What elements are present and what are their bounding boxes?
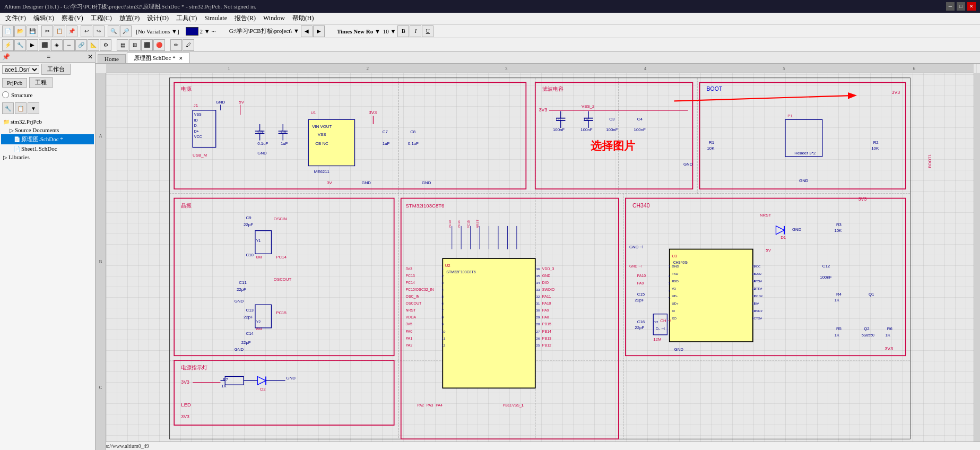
menu-view[interactable]: 察看(V) xyxy=(58,13,86,24)
tb2-btn9[interactable]: ⚙ xyxy=(100,39,111,51)
power-indicator-label: 电源指示灯 xyxy=(181,365,207,370)
menu-place[interactable]: 放置(P) xyxy=(116,13,143,24)
svg-text:CTS#: CTS# xyxy=(754,316,762,320)
tree-project[interactable]: 📁 stm32.PrjPcb xyxy=(1,117,94,126)
tree-libraries-icon: ▷ xyxy=(3,154,7,160)
svg-text:10K: 10K xyxy=(834,228,842,233)
svg-text:3V3: 3V3 xyxy=(405,267,412,271)
tree-sheet1-label: Sheet1.SchDoc xyxy=(21,145,57,152)
tb2-btn13[interactable]: 🔴 xyxy=(153,39,165,51)
svg-text:15: 15 xyxy=(752,272,756,275)
svg-text:PC15: PC15 xyxy=(466,220,470,228)
bold-button[interactable]: B xyxy=(397,25,409,37)
tb2-btn12[interactable]: ⬛ xyxy=(141,39,153,51)
svg-text:P1: P1 xyxy=(787,114,793,118)
underline-button[interactable]: U xyxy=(422,25,433,37)
menu-file[interactable]: 文件(F) xyxy=(2,13,29,24)
nav-back[interactable]: ◀ xyxy=(301,25,313,37)
tree-source-docs[interactable]: ▷ Source Documents xyxy=(1,126,94,134)
menu-window[interactable]: Window xyxy=(260,13,288,23)
workspace-button[interactable]: 工作台 xyxy=(41,64,71,75)
tab-schematic[interactable]: 原理图.SchDoc * ✕ xyxy=(127,53,190,63)
paste-button[interactable]: 📌 xyxy=(66,25,77,37)
menu-edit[interactable]: 编辑(E) xyxy=(30,13,57,24)
svg-text:GND: GND xyxy=(672,264,679,268)
svg-text:PB14: PB14 xyxy=(542,330,551,333)
menu-design[interactable]: 设计(D) xyxy=(144,13,172,24)
svg-text:PA8: PA8 xyxy=(542,315,549,319)
panel-close[interactable]: ✕ xyxy=(88,53,93,61)
svg-text:UD-: UD- xyxy=(672,294,678,298)
menu-help[interactable]: 帮助(H) xyxy=(289,13,317,24)
close-button[interactable]: ✕ xyxy=(967,2,976,11)
undo-button[interactable]: ↩ xyxy=(81,25,92,37)
svg-text:22pF: 22pF xyxy=(635,298,644,302)
svg-text:34: 34 xyxy=(536,281,540,284)
redo-button[interactable]: ↪ xyxy=(93,25,105,37)
svg-text:Q2: Q2 xyxy=(864,326,869,331)
file-selector[interactable]: ace1.DsnV xyxy=(2,65,39,74)
ruler-mark-6: 6 xyxy=(913,66,916,71)
prjpcb-button[interactable]: PrjPcb xyxy=(2,78,27,88)
tb2-btn5[interactable]: ◈ xyxy=(51,39,63,51)
svg-text:GND: GND xyxy=(799,178,809,183)
svg-text:VDDA: VDDA xyxy=(405,315,416,319)
tree-schematic[interactable]: 📄 原理图.SchDoc * xyxy=(1,134,94,144)
nav-fwd[interactable]: ▶ xyxy=(313,25,325,37)
sib-2[interactable]: 📋 xyxy=(15,102,27,114)
tb2-fill[interactable]: 🖊 xyxy=(183,39,194,51)
schematic-view[interactable]: 1 2 3 4 5 6 A B C xyxy=(96,64,980,450)
tb2-btn10[interactable]: ▤ xyxy=(117,39,128,51)
menu-simulate[interactable]: Simulate xyxy=(201,13,230,23)
cut-button[interactable]: ✂ xyxy=(41,25,53,37)
svg-text:27: 27 xyxy=(536,330,540,333)
path-label: G:\学习\PCB打板\project\ ▼ xyxy=(228,27,300,35)
tb2-btn8[interactable]: 📐 xyxy=(88,39,99,51)
tb2-btn3[interactable]: ▶ xyxy=(27,39,38,51)
svg-text:STM32F103C8T6: STM32F103C8T6 xyxy=(446,270,476,274)
project-button[interactable]: 工程 xyxy=(29,77,53,88)
minimize-button[interactable]: ─ xyxy=(946,2,955,11)
tb2-btn4[interactable]: ⬛ xyxy=(39,39,50,51)
panel-menu[interactable]: ≡ xyxy=(47,53,51,61)
zoom-in-button[interactable]: 🔍 xyxy=(108,25,119,37)
tb2-btn11[interactable]: ⊞ xyxy=(129,39,141,51)
svg-text:PC14: PC14 xyxy=(276,255,287,259)
tree-libraries[interactable]: ▷ Libraries xyxy=(1,153,94,161)
led-label: LED xyxy=(181,402,191,408)
svg-text:100nF: 100nF xyxy=(634,127,646,132)
tree-project-label: stm32.PrjPcb xyxy=(11,118,42,125)
copy-button[interactable]: 📋 xyxy=(54,25,65,37)
open-button[interactable]: 📂 xyxy=(14,25,26,37)
menu-tools[interactable]: 工具(T) xyxy=(173,13,200,24)
color-box[interactable] xyxy=(186,27,198,36)
svg-text:12M: 12M xyxy=(653,337,661,342)
boot-label: BOOT xyxy=(707,86,723,92)
svg-text:GND: GND xyxy=(422,180,431,185)
svg-text:GND: GND xyxy=(216,100,226,105)
tb2-btn7[interactable]: 🔗 xyxy=(75,39,87,51)
tb2-pencil[interactable]: ✏ xyxy=(170,39,182,51)
panel-pin[interactable]: 📌 xyxy=(2,53,10,61)
menu-report[interactable]: 报告(R) xyxy=(231,13,259,24)
svg-line-256 xyxy=(674,96,855,101)
tab-home[interactable]: Home xyxy=(98,54,126,63)
italic-button[interactable]: I xyxy=(410,25,421,37)
scrollbar-vertical[interactable] xyxy=(974,73,980,444)
svg-text:GND: GND xyxy=(257,151,267,155)
tb2-btn2[interactable]: 🔧 xyxy=(14,39,26,51)
menu-project[interactable]: 工程(C) xyxy=(88,13,115,24)
maximize-button[interactable]: □ xyxy=(957,2,965,11)
structure-radio[interactable] xyxy=(2,91,9,98)
tab-close-icon[interactable]: ✕ xyxy=(179,56,183,61)
sib-1[interactable]: 🔧 xyxy=(2,102,14,114)
tb2-btn1[interactable]: ⚡ xyxy=(2,39,14,51)
svg-text:C16: C16 xyxy=(637,319,645,324)
save-button[interactable]: 💾 xyxy=(27,25,38,37)
tree-sheet1[interactable]: 📄 Sheet1.SchDoc xyxy=(1,144,94,153)
svg-text:3V3: 3V3 xyxy=(885,346,894,351)
sib-dropdown[interactable]: ▼ xyxy=(28,102,39,114)
new-button[interactable]: 📄 xyxy=(2,25,14,37)
zoom-out-button[interactable]: 🔎 xyxy=(120,25,132,37)
tb2-btn6[interactable]: ↔ xyxy=(63,39,75,51)
